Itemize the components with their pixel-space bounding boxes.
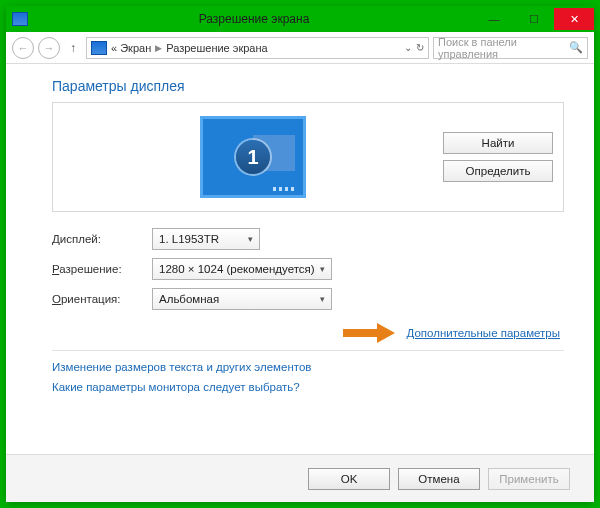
breadcrumb[interactable]: « Экран ▶ Разрешение экрана ⌄ ↻ [86, 37, 429, 59]
ok-button[interactable]: OK [308, 468, 390, 490]
display-value: 1. L1953TR [159, 233, 219, 245]
advanced-settings-area: Дополнительные параметры [52, 324, 564, 342]
divider [52, 350, 564, 351]
app-icon [12, 12, 28, 26]
chevron-down-icon: ▾ [248, 234, 253, 244]
titlebar: Разрешение экрана — ☐ ✕ [6, 6, 594, 32]
refresh-icon[interactable]: ↻ [416, 42, 424, 53]
help-links: Изменение размеров текста и других элеме… [52, 361, 564, 393]
form-rows: Дисплей: 1. L1953TR ▾ Разрешение: 1280 ×… [52, 228, 564, 310]
display-area: 1 Найти Определить [52, 102, 564, 212]
search-placeholder: Поиск в панели управления [438, 36, 569, 60]
orientation-select[interactable]: Альбомная ▾ [152, 288, 332, 310]
window: Разрешение экрана — ☐ ✕ ← → ↑ « Экран ▶ … [6, 6, 594, 502]
back-button[interactable]: ← [12, 37, 34, 59]
navbar: ← → ↑ « Экран ▶ Разрешение экрана ⌄ ↻ По… [6, 32, 594, 64]
resolution-select[interactable]: 1280 × 1024 (рекомендуется) ▾ [152, 258, 332, 280]
breadcrumb-icon [91, 41, 107, 55]
maximize-button[interactable]: ☐ [514, 8, 554, 30]
content: Параметры дисплея 1 Найти Определить Дис… [6, 64, 594, 454]
text-size-link[interactable]: Изменение размеров текста и других элеме… [52, 361, 564, 373]
highlight-arrow-icon [343, 324, 399, 342]
up-button[interactable]: ↑ [64, 41, 82, 55]
advanced-settings-link[interactable]: Дополнительные параметры [407, 327, 561, 339]
orientation-label: Ориентация: [52, 293, 152, 305]
breadcrumb-dropdown-icon[interactable]: ⌄ [404, 42, 412, 53]
page-heading: Параметры дисплея [52, 78, 564, 94]
footer: OK Отмена Применить [6, 454, 594, 502]
orientation-value: Альбомная [159, 293, 219, 305]
display-label: Дисплей: [52, 233, 152, 245]
cancel-button[interactable]: Отмена [398, 468, 480, 490]
close-button[interactable]: ✕ [554, 8, 594, 30]
breadcrumb-current: Разрешение экрана [166, 42, 267, 54]
display-preview[interactable]: 1 [200, 116, 306, 198]
minimize-button[interactable]: — [474, 8, 514, 30]
chevron-right-icon: ▶ [155, 43, 162, 53]
find-button[interactable]: Найти [443, 132, 553, 154]
resolution-value: 1280 × 1024 (рекомендуется) [159, 263, 315, 275]
window-title: Разрешение экрана [34, 12, 474, 26]
search-input[interactable]: Поиск в панели управления 🔍 [433, 37, 588, 59]
breadcrumb-root: « Экран [111, 42, 151, 54]
which-settings-link[interactable]: Какие параметры монитора следует выбрать… [52, 381, 564, 393]
display-select[interactable]: 1. L1953TR ▾ [152, 228, 260, 250]
forward-button[interactable]: → [38, 37, 60, 59]
detect-button[interactable]: Определить [443, 160, 553, 182]
search-icon: 🔍 [569, 41, 583, 54]
chevron-down-icon: ▾ [320, 294, 325, 304]
apply-button[interactable]: Применить [488, 468, 570, 490]
chevron-down-icon: ▾ [320, 264, 325, 274]
resolution-label: Разрешение: [52, 263, 152, 275]
monitor-number: 1 [236, 140, 270, 174]
